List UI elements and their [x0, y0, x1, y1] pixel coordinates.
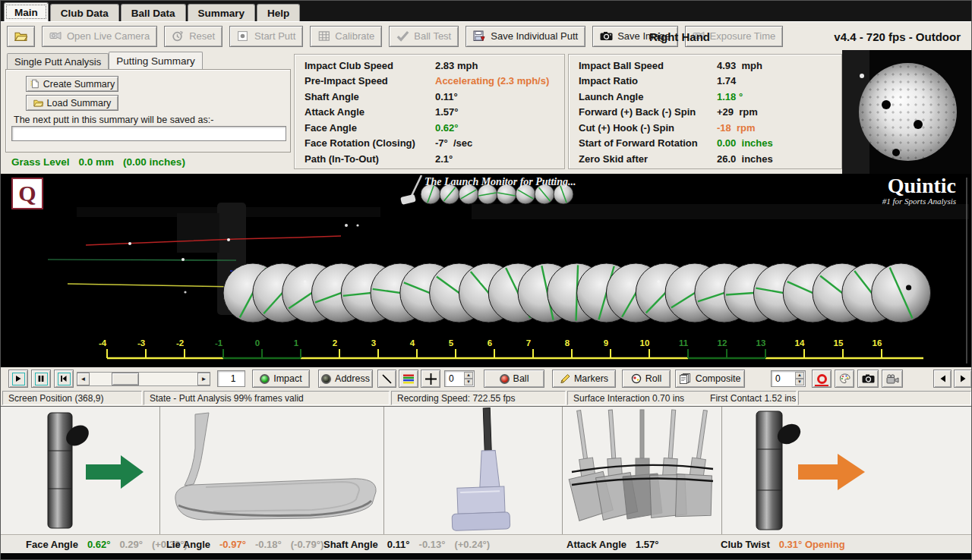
- handedness-label: Right Hand: [649, 30, 710, 43]
- metric-label: Attack Angle: [305, 106, 435, 118]
- spinner-arrows[interactable]: ▲▼: [795, 372, 804, 385]
- metric-row: Impact Club Speed2.83 mph: [305, 58, 564, 74]
- tab-main[interactable]: Main: [4, 2, 49, 21]
- reset-clock-icon: [172, 30, 185, 42]
- scroll-left-arrow[interactable]: ◄: [77, 373, 90, 385]
- metric-row: Start of Forward Rotation0.00 inches: [579, 136, 841, 152]
- overlay-spinner[interactable]: 0▲▼: [444, 370, 475, 387]
- club-readout-row: Face Angle0.62°0.29°(+0.33°)Lie Angle-0.…: [1, 534, 972, 553]
- create-summary-button[interactable]: Create Summary: [26, 76, 118, 92]
- club-view-panels: [1, 406, 972, 534]
- palette-icon: [839, 373, 850, 384]
- impact-button[interactable]: Impact: [252, 370, 310, 388]
- composite-button[interactable]: Composite: [675, 370, 745, 388]
- scroll-right-arrow[interactable]: ►: [197, 373, 210, 385]
- open-live-camera-button[interactable]: Open Live Camera: [42, 26, 157, 47]
- metric-label: Pre-Impact Speed: [305, 75, 435, 87]
- frame-number-field[interactable]: 1: [217, 370, 245, 387]
- ball-button[interactable]: Ball: [484, 370, 544, 388]
- quintic-q-logo: Q: [11, 178, 43, 209]
- tab-single-putt-analysis[interactable]: Single Putt Analysis: [7, 53, 109, 69]
- metric-row: Impact Ratio1.74: [579, 74, 841, 90]
- tab-help[interactable]: Help: [257, 4, 300, 21]
- draw-line-button[interactable]: [377, 370, 396, 388]
- summary-filename-input[interactable]: [11, 126, 286, 141]
- tab-ball-data[interactable]: Ball Data: [121, 4, 186, 21]
- tab-summary[interactable]: Summary: [188, 4, 256, 21]
- pause-button[interactable]: [31, 370, 51, 388]
- readout-club-twist: Club Twist0.31° Opening: [721, 535, 845, 554]
- metric-value: 1.74: [717, 75, 736, 87]
- metric-label: Path (In-To-Out): [305, 153, 435, 165]
- club-metrics-panel: Impact Club Speed2.83 mphPre-Impact Spee…: [294, 54, 565, 169]
- start-putt-button[interactable]: Start Putt: [229, 26, 303, 47]
- svg-text:-2: -2: [176, 338, 184, 348]
- analysis-tab-bar: Single Putt Analysis Putting Summary: [7, 53, 203, 69]
- metric-value: 4.93 mph: [717, 60, 762, 71]
- reflection-dot: [860, 74, 864, 78]
- prev-frame-button[interactable]: [933, 370, 951, 388]
- reset-button[interactable]: Reset: [164, 26, 222, 47]
- open-file-button[interactable]: [7, 26, 35, 47]
- readout-value: -0.13°: [419, 539, 446, 550]
- metric-value: 2.1°: [435, 153, 453, 165]
- metric-value: -18 rpm: [717, 122, 756, 134]
- svg-text:13: 13: [756, 338, 766, 348]
- putter-sequence-graphic: [563, 407, 722, 535]
- video-canvas: -4-3-2-1012345678910111213141516: [1, 174, 972, 367]
- calibrate-button[interactable]: Calibrate: [310, 26, 382, 47]
- address-button[interactable]: Address: [318, 370, 373, 388]
- metric-value: 0.00 inches: [717, 137, 773, 149]
- metric-value: +29 rpm: [717, 106, 758, 118]
- snapshot-button[interactable]: [857, 370, 879, 388]
- readout-lie-angle: Lie Angle-0.97°-0.18°(-0.79°): [166, 535, 323, 554]
- readout-value: 0.29°: [119, 539, 143, 550]
- frame-scrollbar[interactable]: ◄ ►: [77, 372, 210, 386]
- spinner-arrows[interactable]: ▲▼: [464, 372, 473, 385]
- quintic-brand: Quintic #1 for Sports Analysis: [882, 175, 956, 206]
- crosshair-button[interactable]: [421, 370, 440, 388]
- tab-club-data[interactable]: Club Data: [50, 4, 119, 21]
- banner-text: The Launch Monitor for Putting...: [424, 176, 576, 188]
- ball-marker-dot: [882, 100, 891, 109]
- check-icon: [396, 30, 409, 42]
- ball-test-button[interactable]: Ball Test: [389, 26, 459, 47]
- composite-spinner[interactable]: 0▲▼: [771, 370, 806, 387]
- new-page-icon: [30, 79, 39, 89]
- metric-row: Face Angle0.62°: [305, 120, 564, 136]
- svg-text:-4: -4: [99, 338, 107, 348]
- save-video-button[interactable]: [882, 370, 903, 388]
- composite-spinner-value: 0: [775, 373, 781, 384]
- metric-label: Shaft Angle: [305, 91, 435, 102]
- toolbar-button-label: Save Individual Putt: [491, 30, 578, 42]
- metric-row: Zero Skid after26.0 inches: [579, 151, 841, 167]
- status-first-contact: First Contact 1.52 ins: [710, 393, 796, 404]
- shaft-angle-panel: [384, 407, 563, 534]
- markers-button[interactable]: Markers: [552, 370, 616, 388]
- palette-button[interactable]: [835, 370, 854, 388]
- load-summary-button[interactable]: Load Summary: [26, 95, 118, 111]
- play-button[interactable]: [8, 370, 28, 388]
- metric-row: Pre-Impact SpeedAccelerating (2.3 mph/s): [305, 74, 564, 90]
- save-disk-icon: [473, 30, 486, 42]
- save-individual-putt-button[interactable]: Save Individual Putt: [465, 26, 585, 47]
- step-back-button[interactable]: [54, 370, 74, 388]
- svg-text:3: 3: [371, 338, 376, 348]
- playback-controls: ◄ ► 1 Impact Address 0▲▼ Ball Markers Ro…: [1, 367, 972, 390]
- roll-button[interactable]: Roll: [622, 370, 671, 388]
- readout-label: Lie Angle: [166, 539, 210, 550]
- load-summary-label: Load Summary: [47, 98, 112, 109]
- metric-label: Start of Forward Rotation: [579, 137, 717, 149]
- trace-colors-button[interactable]: [399, 370, 418, 388]
- distance-ruler: -4-3-2-1012345678910111213141516: [99, 338, 923, 358]
- svg-text:-1: -1: [215, 338, 223, 348]
- metric-label: Forward (+) Back (-) Spin: [579, 106, 717, 118]
- scrollbar-thumb[interactable]: [112, 373, 139, 385]
- next-frame-button[interactable]: [954, 370, 972, 388]
- window-bottom-edge: [1, 553, 972, 560]
- tab-putting-summary[interactable]: Putting Summary: [109, 52, 203, 69]
- ball-marker-dot: [914, 120, 923, 129]
- metric-label: Launch Angle: [579, 91, 717, 102]
- record-circle-button[interactable]: [812, 370, 832, 388]
- svg-text:11: 11: [679, 338, 689, 348]
